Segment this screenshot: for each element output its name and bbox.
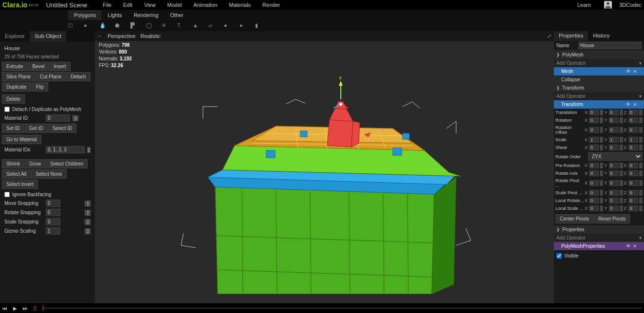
rotaxis-z[interactable] <box>628 170 638 176</box>
rotpivot-z[interactable] <box>628 180 638 186</box>
name-input[interactable] <box>578 42 642 49</box>
grow-button[interactable]: Grow <box>25 159 45 168</box>
ignore-backfacing-checkbox[interactable] <box>4 192 10 197</box>
translation-y[interactable] <box>609 110 619 115</box>
tab-lights[interactable]: Lights <box>102 10 128 20</box>
menu-animation[interactable]: Animation <box>188 2 223 8</box>
ring-icon[interactable]: ◯ <box>146 22 153 29</box>
extrude-button[interactable]: Extrude <box>2 62 27 71</box>
menu-view[interactable]: View <box>138 2 162 8</box>
scale-x[interactable] <box>589 137 599 143</box>
localrot-x[interactable] <box>589 198 599 203</box>
cone-icon[interactable]: ▲ <box>193 22 200 29</box>
menu-render[interactable]: Render <box>257 2 286 8</box>
localscale-x[interactable] <box>589 205 599 211</box>
menu-model[interactable]: Model <box>162 2 188 8</box>
timeline-marker[interactable] <box>42 306 43 311</box>
rotoffset-y[interactable] <box>609 127 619 133</box>
prerot-y[interactable] <box>609 163 619 168</box>
rotaxis-x[interactable] <box>589 170 599 176</box>
cup-icon[interactable]: ⬣ <box>115 22 122 29</box>
rotation-x[interactable] <box>589 117 599 123</box>
polymesh-section[interactable]: ❯PolyMesh <box>554 51 644 59</box>
menu-materials[interactable]: Materials <box>223 2 257 8</box>
get-id-button[interactable]: Get ID <box>25 124 48 133</box>
tab-polygons[interactable]: Polygons <box>68 10 102 20</box>
shrink-button[interactable]: Shrink <box>2 159 24 168</box>
ball-icon[interactable]: ● <box>224 22 231 29</box>
localscale-z[interactable] <box>628 205 638 211</box>
tab-other[interactable]: Other <box>164 10 189 20</box>
rotpivot-y[interactable] <box>609 180 619 186</box>
menu-edit[interactable]: Edit <box>117 2 138 8</box>
close-icon[interactable]: ✕ <box>633 69 637 74</box>
realistic-label[interactable]: Realistic <box>140 33 161 39</box>
scene-title[interactable]: Untitled Scene <box>46 1 88 9</box>
select-invert-button[interactable]: Select Invert <box>2 180 38 189</box>
cut-plane-button[interactable]: Cut Plane <box>36 72 66 81</box>
move-snapping-spinner[interactable]: ▴▾ <box>85 201 91 206</box>
next-frame-icon[interactable]: ⏭ <box>23 306 28 311</box>
move-snapping-input[interactable] <box>46 200 60 207</box>
scalepivot-y[interactable] <box>609 190 619 196</box>
play-icon[interactable]: ▶ <box>13 306 17 311</box>
user-avatar-icon[interactable] <box>604 1 612 9</box>
detach-polymesh-checkbox[interactable] <box>4 107 10 112</box>
capsule-icon[interactable]: ▮ <box>255 22 262 29</box>
rotaxis-y[interactable] <box>609 170 619 176</box>
plane-icon[interactable]: ▱ <box>208 22 215 29</box>
insert-button[interactable]: Insert <box>49 62 70 71</box>
shield-icon[interactable]: ⬡ <box>68 22 75 29</box>
rotoffset-z[interactable] <box>628 127 638 133</box>
close-icon[interactable]: ✕ <box>633 102 637 107</box>
rotation-z[interactable] <box>628 117 638 123</box>
perspective-label[interactable]: Perspective <box>108 33 135 39</box>
tab-rendering[interactable]: Rendering <box>128 10 165 20</box>
transform-operator[interactable]: Transform👁✕ <box>554 100 644 109</box>
close-icon[interactable]: ✕ <box>633 243 637 249</box>
localrot-z[interactable] <box>628 198 638 203</box>
gizmo-scaling-input[interactable] <box>46 227 60 235</box>
duplicate-button[interactable]: Duplicate <box>2 82 31 92</box>
reset-pivots-button[interactable]: Reset Pivots <box>594 214 630 223</box>
material-id-input[interactable] <box>46 114 70 122</box>
translation-x[interactable] <box>589 110 599 115</box>
scale-z[interactable] <box>628 137 638 143</box>
delete-button[interactable]: Delete <box>2 94 25 104</box>
text-icon[interactable]: T <box>177 22 184 29</box>
polymesh-properties-operator[interactable]: PolyMeshProperties👁✕ <box>554 242 644 250</box>
knot-icon[interactable]: ※ <box>162 22 168 29</box>
rotpivot-x[interactable] <box>589 180 599 186</box>
sphere-icon[interactable]: ● <box>84 22 91 29</box>
select-all-button[interactable]: Select All <box>2 169 31 179</box>
goto-material-button[interactable]: Go to Material <box>2 135 41 144</box>
rotoffset-x[interactable] <box>589 127 599 133</box>
drop-icon[interactable]: 💧 <box>99 22 106 29</box>
translation-z[interactable] <box>628 110 638 115</box>
menu-file[interactable]: File <box>97 2 117 8</box>
gizmo-scaling-spinner[interactable]: ▴▾ <box>85 228 91 234</box>
detach-button[interactable]: Detach <box>66 72 91 81</box>
set-id-button[interactable]: Set ID <box>2 124 24 133</box>
select-id-button[interactable]: Select ID <box>48 124 77 133</box>
rotation-y[interactable] <box>609 117 619 123</box>
shear-z[interactable] <box>628 145 638 150</box>
select-children-button[interactable]: Select Children <box>46 159 88 168</box>
select-none-button[interactable]: Select None <box>31 169 66 179</box>
3d-scene[interactable]: y <box>95 41 554 303</box>
transform-section[interactable]: ❯Transform <box>554 84 644 92</box>
eye-icon[interactable]: 👁 <box>626 243 631 249</box>
mesh-operator[interactable]: Mesh👁✕ <box>554 67 644 75</box>
eye-icon[interactable]: 👁 <box>626 102 631 107</box>
viewport[interactable]: ← Perspective Realistic ⤢ Polygons: 798 … <box>95 31 554 303</box>
add-operator-3[interactable]: Add Operator▾ <box>554 234 644 242</box>
shear-x[interactable] <box>589 145 599 150</box>
shear-y[interactable] <box>609 145 619 150</box>
rotate-snapping-input[interactable] <box>46 209 60 216</box>
tab-properties[interactable]: Properties <box>554 31 588 41</box>
material-ids-spinner[interactable]: ▴▾ <box>87 147 91 153</box>
prev-frame-icon[interactable]: ⏮ <box>2 306 7 311</box>
back-icon[interactable]: ← <box>97 33 103 39</box>
expand-icon[interactable]: ⤢ <box>547 33 552 39</box>
properties-section[interactable]: ❯Properties <box>554 225 644 234</box>
